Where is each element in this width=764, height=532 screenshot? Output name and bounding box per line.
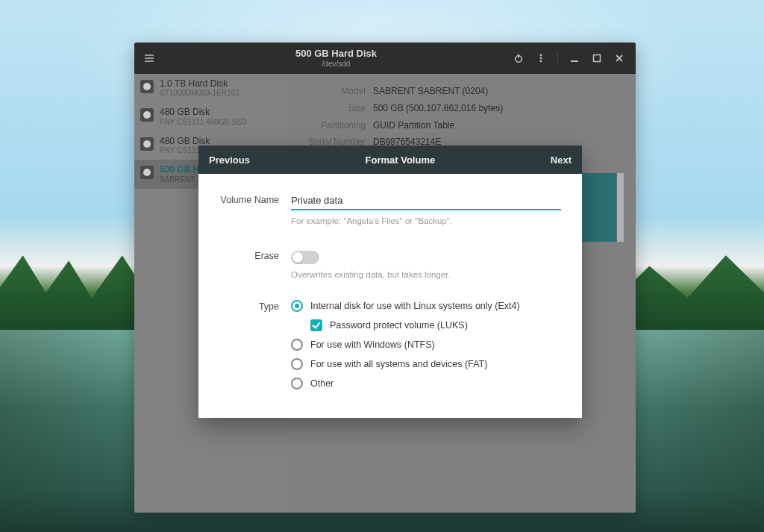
maximize-icon[interactable] [591,52,603,64]
window-title-sub: /dev/sdd [160,60,513,69]
disks-titlebar: 500 GB Hard Disk /dev/sdd [134,43,636,74]
window-title-main: 500 GB Hard Disk [160,48,513,60]
type-option-label: Internal disk for use with Linux systems… [310,301,520,311]
dialog-title: Format Volume [366,154,436,166]
hard-disk-icon [140,166,154,179]
format-volume-dialog: Previous Format Volume Next Volume Name … [198,145,582,418]
type-option-fat[interactable]: For use with all systems and devices (FA… [291,358,561,370]
type-option-ntfs[interactable]: For use with Windows (NTFS) [291,339,561,351]
radio-icon [291,358,303,370]
disk-name: 1.0 TB Hard Disk [160,78,239,89]
radio-icon [291,300,303,312]
detail-size-label: Size [298,100,373,117]
disk-model: ST1000DM003-1ER162 [160,89,239,98]
volume-name-input[interactable] [291,192,561,210]
close-icon[interactable] [613,52,625,64]
kebab-menu-icon[interactable] [535,52,547,64]
type-option-other[interactable]: Other [291,378,561,389]
hard-disk-icon [140,108,154,122]
detail-partitioning-value: GUID Partition Table [373,117,454,134]
disk-name: 480 GB Disk [160,136,247,146]
type-option-label: For use with all systems and devices (FA… [310,359,487,369]
svg-rect-4 [518,54,519,58]
svg-rect-0 [145,54,154,56]
detail-partitioning-label: Partitioning [298,117,373,134]
erase-hint: Overwrites existing data, but takes long… [291,269,561,281]
minimize-icon[interactable] [569,52,580,64]
type-option-label: Password protect volume (LUKS) [330,320,468,331]
erase-toggle[interactable] [291,251,319,264]
titlebar-separator [557,51,558,66]
type-option-ext4[interactable]: Internal disk for use with Linux systems… [291,300,561,312]
type-radio-group: Internal disk for use with Linux systems… [291,300,561,389]
svg-point-5 [540,54,542,57]
type-option-label: For use with Windows (NTFS) [310,339,435,350]
radio-icon [291,378,303,389]
dialog-body: Volume Name For example: "Angela's Files… [198,174,582,418]
dialog-header: Previous Format Volume Next [198,145,582,174]
svg-rect-8 [571,60,578,62]
type-label: Type [219,298,291,312]
svg-point-7 [540,60,542,63]
volume-name-label: Volume Name [219,192,291,205]
hard-disk-icon [140,137,154,151]
sidebar-disk-item[interactable]: 480 GB Disk PNY CS1311 480GB SSD [134,102,286,131]
radio-icon [291,339,303,351]
checkbox-icon [310,319,322,331]
detail-size-value: 500 GB (500,107,862,016 bytes) [373,100,503,117]
svg-rect-9 [594,55,601,62]
type-option-luks[interactable]: Password protect volume (LUKS) [291,319,561,331]
volume-name-hint: For example: "Angela's Files" or "Backup… [291,215,561,227]
volume-partition-free[interactable] [616,173,624,242]
window-title: 500 GB Hard Disk /dev/sdd [160,48,513,68]
previous-button[interactable]: Previous [209,154,250,166]
disk-name: 480 GB Disk [160,107,247,117]
hard-disk-icon [140,80,154,93]
svg-rect-1 [145,57,154,59]
detail-model-value: SABRENT SABRENT (0204) [373,83,488,100]
sidebar-disk-item[interactable]: 1.0 TB Hard Disk ST1000DM003-1ER162 [134,74,286,102]
detail-model-label: Model [298,83,373,100]
type-option-label: Other [310,378,334,389]
disk-model: PNY CS1311 480GB SSD [160,118,247,127]
next-button[interactable]: Next [551,154,572,166]
svg-rect-2 [145,60,154,62]
power-icon[interactable] [513,52,525,64]
app-menu-button[interactable] [139,48,160,69]
erase-label: Erase [219,248,291,261]
svg-point-6 [540,57,542,60]
